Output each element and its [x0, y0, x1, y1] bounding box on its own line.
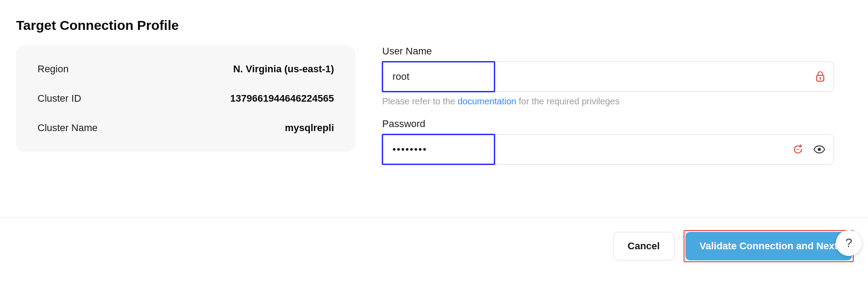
- svg-point-4: [797, 149, 798, 150]
- cluster-name-row: Cluster Name mysqlrepli: [38, 122, 334, 134]
- helper-suffix: for the required privileges: [516, 96, 619, 106]
- eye-icon[interactable]: [814, 145, 825, 153]
- cluster-id-label: Cluster ID: [38, 93, 81, 104]
- svg-point-3: [797, 149, 797, 150]
- content-row: Region N. Virginia (us-east-1) Cluster I…: [16, 45, 852, 176]
- password-field-group: Password: [382, 118, 834, 165]
- username-input[interactable]: [382, 62, 834, 92]
- region-row: Region N. Virginia (us-east-1): [38, 63, 334, 75]
- credentials-form: User Name: [382, 45, 852, 176]
- cluster-name-label: Cluster Name: [38, 122, 97, 134]
- password-label: Password: [382, 118, 834, 130]
- svg-point-5: [798, 149, 799, 150]
- username-input-wrapper: [382, 62, 834, 92]
- cluster-id-value: 1379661944646224565: [230, 93, 334, 104]
- cluster-name-value: mysqlrepli: [285, 122, 334, 134]
- region-label: Region: [38, 63, 69, 75]
- cancel-button[interactable]: Cancel: [613, 232, 675, 260]
- region-value: N. Virginia (us-east-1): [233, 63, 334, 75]
- username-label: User Name: [382, 45, 834, 57]
- lock-icon: [815, 71, 825, 82]
- cluster-id-row: Cluster ID 1379661944646224565: [38, 93, 334, 104]
- helper-prefix: Please refer to the: [382, 96, 458, 106]
- footer-bar: Cancel Validate Connection and Next: [0, 217, 868, 260]
- password-input[interactable]: [382, 134, 834, 165]
- page-title: Target Connection Profile: [16, 18, 852, 33]
- documentation-link[interactable]: documentation: [458, 96, 516, 106]
- svg-point-6: [818, 148, 821, 151]
- validate-next-button[interactable]: Validate Connection and Next: [685, 232, 852, 260]
- username-field-group: User Name: [382, 45, 834, 107]
- help-button[interactable]: ?: [836, 230, 862, 256]
- password-input-wrapper: [382, 134, 834, 165]
- target-info-card: Region N. Virginia (us-east-1) Cluster I…: [16, 45, 355, 152]
- username-helper-text: Please refer to the documentation for th…: [382, 96, 834, 107]
- refresh-icon[interactable]: [793, 144, 803, 154]
